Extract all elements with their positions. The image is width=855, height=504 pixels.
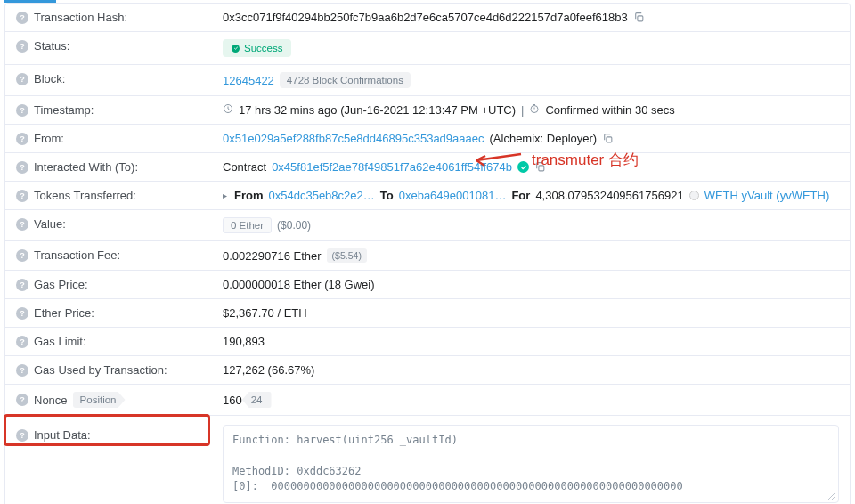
gaslimit-value: 190,893	[223, 335, 265, 348]
help-icon[interactable]: ?	[16, 190, 28, 202]
svg-rect-3	[607, 137, 612, 142]
txfee-usd-badge: ($5.54)	[327, 248, 367, 263]
help-icon[interactable]: ?	[16, 40, 28, 53]
help-icon[interactable]: ?	[16, 364, 28, 377]
input-data-textarea[interactable]: Function: harvest(uint256 _vaultId) Meth…	[223, 425, 839, 503]
token-name-link[interactable]: WETH yVault (yvWETH)	[704, 189, 830, 202]
help-icon[interactable]: ?	[16, 429, 28, 442]
row-gasprice: ? Gas Price: 0.000000018 Ether (18 Gwei)	[5, 271, 850, 299]
row-timestamp: ? Timestamp: 17 hrs 32 mins ago (Jun-16-…	[5, 96, 850, 125]
token-to-link[interactable]: 0xeba649e001081…	[399, 189, 507, 202]
row-gaslimit: ? Gas Limit: 190,893	[5, 328, 850, 356]
help-icon[interactable]: ?	[16, 218, 28, 231]
row-tokens: ? Tokens Transferred: ▸ From 0x54dc35eb8…	[5, 182, 850, 210]
status-badge: Success	[223, 39, 291, 57]
token-amount: 4,308.079532409561756921	[535, 189, 683, 202]
row-block: ? Block: 12645422 4728 Block Confirmatio…	[5, 65, 850, 96]
label-value: Value:	[34, 217, 66, 231]
row-status: ? Status: Success	[5, 32, 850, 65]
input-method-line: MethodID: 0xddc63262	[232, 464, 829, 479]
etherprice-value: $2,367.70 / ETH	[223, 306, 307, 320]
help-icon[interactable]: ?	[16, 12, 28, 24]
annotation-text: transmuter 合约	[532, 150, 639, 170]
row-gasused: ? Gas Used by Transaction: 127,262 (66.6…	[5, 356, 850, 385]
status-text: Success	[244, 43, 282, 53]
row-txfee: ? Transaction Fee: 0.002290716 Ether ($5…	[5, 241, 850, 271]
value-usd: ($0.00)	[277, 219, 311, 232]
token-to-label: To	[380, 189, 394, 202]
token-from-label: From	[234, 189, 264, 202]
row-etherprice: ? Ether Price: $2,367.70 / ETH	[5, 299, 850, 328]
help-icon[interactable]: ?	[16, 394, 28, 406]
label-inputdata: Input Data:	[34, 428, 91, 442]
label-from: From:	[34, 132, 64, 145]
help-icon[interactable]: ?	[16, 307, 28, 320]
token-icon	[689, 191, 699, 200]
copy-icon[interactable]	[602, 133, 614, 144]
token-for-label: For	[511, 189, 530, 202]
confirmed-text: Confirmed within 30 secs	[545, 103, 674, 117]
value-ether-badge: 0 Ether	[223, 217, 272, 233]
value-txhash: 0x3cc071f9f40294bb250fc7b9aa6b2d7e6ca570…	[223, 11, 628, 24]
row-interacted: ? Interacted With (To): Contract 0x45f81…	[5, 153, 850, 182]
timestamp-text: 17 hrs 32 mins ago (Jun-16-2021 12:13:47…	[239, 103, 516, 117]
help-icon[interactable]: ?	[16, 336, 28, 348]
row-value: ? Value: 0 Ether ($0.00)	[5, 210, 850, 241]
label-gasprice: Gas Price:	[34, 278, 88, 291]
svg-rect-0	[638, 16, 643, 21]
label-tokens: Tokens Transferred:	[34, 189, 136, 202]
label-status: Status:	[34, 39, 69, 53]
label-nonce: Nonce	[34, 394, 68, 407]
caret-right-icon: ▸	[223, 191, 227, 200]
row-txhash: ? Transaction Hash: 0x3cc071f9f40294bb25…	[5, 4, 850, 32]
gasused-value: 127,262 (66.67%)	[223, 363, 314, 377]
label-interacted: Interacted With (To):	[34, 160, 138, 174]
help-icon[interactable]: ?	[16, 279, 28, 291]
token-from-link[interactable]: 0x54dc35eb8c2e2…	[269, 189, 375, 202]
help-icon[interactable]: ?	[16, 73, 28, 85]
row-inputdata: ? Input Data: Function: harvest(uint256 …	[5, 416, 850, 504]
blank-line	[232, 448, 829, 463]
check-circle-icon	[232, 45, 240, 53]
label-txfee: Transaction Fee:	[34, 248, 120, 262]
label-etherprice: Ether Price:	[34, 306, 94, 320]
from-address-link[interactable]: 0x51e029a5ef288fb87c5e8dd46895c353ad9aaa…	[223, 132, 484, 145]
help-icon[interactable]: ?	[16, 133, 28, 145]
row-nonce: ? Nonce Position 160 24	[5, 385, 850, 416]
label-gasused: Gas Used by Transaction:	[34, 363, 167, 377]
stopwatch-icon	[529, 103, 540, 117]
label-timestamp: Timestamp:	[34, 103, 94, 117]
resize-handle-icon[interactable]	[827, 492, 836, 500]
divider: |	[521, 103, 524, 117]
label-txhash: Transaction Hash:	[34, 11, 127, 24]
block-number-link[interactable]: 12645422	[223, 74, 274, 87]
label-block: Block:	[34, 72, 65, 85]
help-icon[interactable]: ?	[16, 161, 28, 174]
copy-icon[interactable]	[633, 12, 645, 23]
annotation-arrow: transmuter 合约	[475, 150, 639, 170]
block-confirmations-badge: 4728 Block Confirmations	[280, 72, 411, 88]
position-badge: Position	[73, 392, 126, 408]
row-from: ? From: 0x51e029a5ef288fb87c5e8dd46895c3…	[5, 125, 850, 153]
from-label: (Alchemix: Deployer)	[490, 132, 598, 145]
help-icon[interactable]: ?	[16, 249, 28, 262]
input-function-line: Function: harvest(uint256 _vaultId)	[232, 433, 829, 448]
clock-icon	[223, 103, 233, 117]
gasprice-value: 0.000000018 Ether (18 Gwei)	[223, 278, 375, 291]
help-icon[interactable]: ?	[16, 104, 28, 117]
nonce-value: 160	[223, 394, 242, 407]
txfee-ether: 0.002290716 Ether	[223, 249, 322, 263]
nonce-position-value: 24	[242, 392, 272, 408]
contract-prefix: Contract	[223, 160, 266, 174]
input-param-line: [0]: 00000000000000000000000000000000000…	[232, 479, 829, 494]
transaction-details-panel: ? Transaction Hash: 0x3cc071f9f40294bb25…	[4, 3, 851, 504]
label-gaslimit: Gas Limit:	[34, 335, 86, 348]
